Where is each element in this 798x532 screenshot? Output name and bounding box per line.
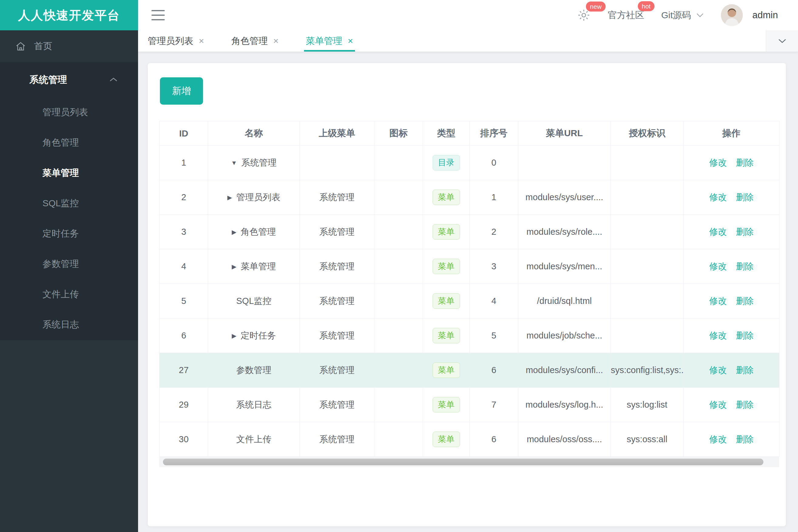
cell-id: 3: [160, 215, 208, 249]
delete-link[interactable]: 删除: [736, 158, 754, 167]
edit-link[interactable]: 修改: [709, 296, 727, 306]
table-row: 3▶角色管理系统管理菜单2modules/sys/role....修改删除: [160, 215, 779, 249]
tab-2[interactable]: 菜单管理×: [306, 30, 353, 52]
cell-name: ▶定时任务: [208, 319, 300, 353]
column-header: 排序号: [470, 121, 518, 146]
sidebar-item-home[interactable]: 首页: [0, 30, 138, 62]
horizontal-scrollbar-thumb[interactable]: [163, 459, 763, 465]
column-header: 名称: [208, 121, 300, 146]
table-body: 1▼系统管理目录0修改删除2▶管理员列表系统管理菜单1modules/sys/u…: [160, 146, 779, 457]
community-link[interactable]: 官方社区 hot: [608, 9, 644, 21]
tree-expand-icon[interactable]: ▶: [232, 229, 236, 235]
cell-type: 菜单: [423, 422, 470, 457]
git-source-menu[interactable]: Git源码: [661, 9, 704, 21]
cell-parent: 系统管理: [300, 180, 374, 215]
cell-icon: [374, 422, 423, 457]
menu-name: 定时任务: [241, 330, 276, 340]
sidebar-item-3[interactable]: SQL监控: [0, 188, 138, 218]
cell-type: 菜单: [423, 353, 470, 387]
app-root: 人人快速开发平台 首页 系统管理 管理员列表角色管理菜单管理SQL监控定时任务参…: [0, 0, 798, 532]
sidebar-item-2[interactable]: 菜单管理: [0, 158, 138, 188]
delete-link[interactable]: 删除: [736, 400, 754, 410]
cell-id: 6: [160, 319, 208, 353]
edit-link[interactable]: 修改: [709, 158, 727, 167]
tree-collapse-icon[interactable]: ▼: [231, 159, 237, 166]
edit-link[interactable]: 修改: [709, 330, 727, 340]
tab-1[interactable]: 角色管理×: [231, 30, 279, 52]
cell-order: 4: [470, 284, 518, 319]
cell-actions: 修改删除: [684, 353, 779, 387]
cell-icon: [374, 146, 423, 180]
settings-button[interactable]: new: [577, 8, 591, 22]
cell-actions: 修改删除: [684, 284, 779, 319]
add-button[interactable]: 新增: [160, 77, 203, 104]
cell-icon: [374, 249, 423, 284]
delete-link[interactable]: 删除: [736, 192, 754, 202]
cell-order: 0: [470, 146, 518, 180]
sidebar-item-0[interactable]: 管理员列表: [0, 97, 138, 127]
edit-link[interactable]: 修改: [709, 434, 727, 444]
horizontal-scrollbar: [159, 457, 779, 467]
hot-badge: hot: [638, 1, 654, 11]
cell-perm: [611, 215, 684, 249]
tab-close-icon[interactable]: ×: [199, 36, 204, 45]
cell-perm: [611, 284, 684, 319]
tree-expand-icon[interactable]: ▶: [232, 263, 236, 270]
sidebar-group-items: 管理员列表角色管理菜单管理SQL监控定时任务参数管理文件上传系统日志: [0, 97, 138, 340]
topbar: new 官方社区 hot Git源码: [138, 0, 798, 30]
cell-perm: sys:log:list: [611, 387, 684, 422]
sidebar-group-header[interactable]: 系统管理: [0, 62, 138, 97]
username-menu[interactable]: admin: [753, 10, 778, 21]
table-row: 4▶菜单管理系统管理菜单3modules/sys/men...修改删除: [160, 249, 779, 284]
cell-icon: [374, 319, 423, 353]
sidebar-toggle-button[interactable]: [151, 10, 165, 20]
edit-link[interactable]: 修改: [709, 400, 727, 410]
tree-expand-icon[interactable]: ▶: [232, 332, 236, 339]
column-header: 图标: [374, 121, 423, 146]
column-header: 操作: [684, 121, 779, 146]
sidebar-group-system: 系统管理 管理员列表角色管理菜单管理SQL监控定时任务参数管理文件上传系统日志: [0, 62, 138, 340]
column-header: 类型: [423, 121, 470, 146]
menu-name: 角色管理: [241, 227, 276, 236]
menu-name: 菜单管理: [241, 262, 276, 271]
sidebar-item-5[interactable]: 参数管理: [0, 249, 138, 279]
sidebar-item-6[interactable]: 文件上传: [0, 279, 138, 309]
cell-order: 5: [470, 319, 518, 353]
cell-perm: [611, 180, 684, 215]
sidebar-item-4[interactable]: 定时任务: [0, 218, 138, 249]
cell-parent: 系统管理: [300, 353, 374, 387]
sidebar-item-7[interactable]: 系统日志: [0, 309, 138, 340]
table-row: 1▼系统管理目录0修改删除: [160, 146, 779, 180]
delete-link[interactable]: 删除: [736, 227, 754, 236]
menu-name: 系统管理: [241, 158, 276, 167]
menu-name: 管理员列表: [236, 192, 280, 202]
edit-link[interactable]: 修改: [709, 365, 727, 375]
sidebar-group-label: 系统管理: [30, 73, 67, 86]
delete-link[interactable]: 删除: [736, 330, 754, 340]
delete-link[interactable]: 删除: [736, 262, 754, 271]
cell-icon: [374, 215, 423, 249]
sidebar-home-label: 首页: [34, 40, 52, 53]
delete-link[interactable]: 删除: [736, 296, 754, 306]
delete-link[interactable]: 删除: [736, 434, 754, 444]
cell-icon: [374, 180, 423, 215]
edit-link[interactable]: 修改: [709, 227, 727, 236]
delete-link[interactable]: 删除: [736, 365, 754, 375]
cell-parent: 系统管理: [300, 319, 374, 353]
tabs-dropdown-button[interactable]: [766, 30, 798, 52]
cell-order: 2: [470, 215, 518, 249]
tree-expand-icon[interactable]: ▶: [227, 194, 232, 201]
app-logo: 人人快速开发平台: [0, 0, 138, 30]
tab-0[interactable]: 管理员列表×: [148, 30, 204, 52]
cell-parent: 系统管理: [300, 387, 374, 422]
cell-id: 30: [160, 422, 208, 457]
cell-order: 6: [470, 422, 518, 457]
edit-link[interactable]: 修改: [709, 192, 727, 202]
type-badge: 菜单: [433, 190, 460, 205]
sidebar-item-1[interactable]: 角色管理: [0, 127, 138, 158]
edit-link[interactable]: 修改: [709, 262, 727, 271]
column-header: 上级菜单: [300, 121, 374, 146]
tab-close-icon[interactable]: ×: [273, 36, 279, 45]
avatar[interactable]: [721, 4, 743, 26]
tab-close-icon[interactable]: ×: [348, 36, 353, 45]
